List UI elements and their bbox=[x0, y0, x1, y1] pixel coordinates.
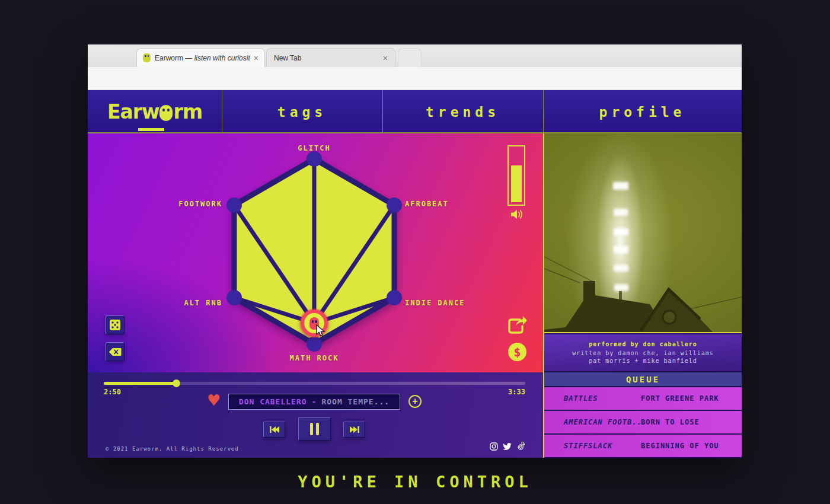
written-by-text: written by damon che, ian williamspat mo… bbox=[572, 349, 714, 365]
duration-time: 3:33 bbox=[466, 388, 525, 396]
twitter-icon[interactable] bbox=[503, 443, 512, 451]
new-tab-button[interactable] bbox=[398, 48, 422, 67]
close-icon[interactable]: × bbox=[254, 53, 258, 63]
elapsed-time: 2:50 bbox=[104, 388, 121, 396]
queue-header: QUEUE bbox=[544, 371, 742, 387]
active-tab-underline bbox=[138, 128, 164, 131]
now-playing-title[interactable]: DON CABELLERO - ROOM TEMPE... bbox=[228, 394, 400, 410]
vertex-math-rock[interactable] bbox=[307, 336, 322, 352]
artist-name: DON CABELLERO bbox=[239, 397, 307, 406]
logo-earworm[interactable]: Earwrm bbox=[88, 90, 222, 133]
tab-earworm[interactable]: Earworm — listen with curiosity × bbox=[136, 48, 265, 67]
performed-by-text: performed by don caballero bbox=[589, 341, 697, 347]
queue-item-battles[interactable]: BATTLES FORT GREENE PARK bbox=[544, 387, 742, 411]
queue-artist: STIFFSLACK bbox=[564, 442, 612, 450]
vertex-alt-rnb[interactable] bbox=[226, 290, 242, 305]
queue-track: FORT GREENE PARK bbox=[641, 394, 719, 403]
queue-artist: AMERICAN FOOTB... bbox=[564, 418, 647, 426]
progress-thumb[interactable] bbox=[173, 379, 180, 387]
copyright-text: © 2021 Earworm. All Rights Reserved bbox=[106, 446, 239, 452]
vertex-indie-dance[interactable] bbox=[387, 290, 402, 305]
dollar-icon: $ bbox=[513, 345, 521, 359]
queue-item-american-football[interactable]: AMERICAN FOOTB... BORN TO LOSE bbox=[544, 411, 742, 435]
nav-item-trends[interactable]: trends bbox=[382, 90, 543, 133]
genre-mixer-area: GLITCH AFROBEAT INDIE DANCE MATH ROCK AL… bbox=[88, 133, 543, 372]
volume-fill bbox=[511, 165, 522, 202]
clear-button[interactable] bbox=[106, 342, 124, 361]
tab-new-tab[interactable]: New Tab × bbox=[266, 48, 395, 67]
browser-window: Earworm — listen with curiosity × New Ta… bbox=[88, 44, 742, 458]
queue-track: BEGINNING OF YOU bbox=[641, 442, 719, 450]
close-icon[interactable]: × bbox=[383, 53, 388, 63]
track-name: ROOM TEMPE... bbox=[321, 397, 390, 406]
nav-item-tags[interactable]: tags bbox=[222, 90, 382, 133]
vertex-footwork[interactable] bbox=[226, 197, 242, 213]
speaker-icon[interactable] bbox=[510, 209, 524, 220]
backspace-icon bbox=[108, 347, 122, 356]
instagram-icon[interactable] bbox=[490, 442, 498, 451]
genre-label-math-rock: MATH ROCK bbox=[273, 354, 356, 362]
next-button[interactable] bbox=[343, 422, 365, 438]
volume-slider[interactable] bbox=[507, 145, 525, 206]
previous-icon bbox=[270, 426, 279, 433]
vertex-afrobeat[interactable] bbox=[387, 197, 402, 213]
worm-icon bbox=[159, 105, 173, 121]
genre-label-footwork: FOOTWORK bbox=[133, 200, 222, 208]
tiktok-icon[interactable] bbox=[517, 442, 525, 451]
queue-item-stiffslack[interactable]: STIFFSLACK BEGINNING OF YOU bbox=[544, 435, 742, 458]
favorite-heart-icon[interactable]: ♥ bbox=[207, 391, 221, 409]
tagline-text: YOU'RE IN CONTROL bbox=[0, 473, 830, 491]
dice-icon bbox=[109, 319, 121, 331]
tab-title: Earworm — listen with curiosity bbox=[155, 54, 250, 62]
progress-track[interactable] bbox=[104, 382, 525, 385]
earworm-favicon-icon bbox=[143, 53, 151, 62]
genre-label-indie-dance: INDIE DANCE bbox=[405, 299, 465, 307]
tip-button[interactable]: $ bbox=[508, 343, 526, 361]
album-art-photo bbox=[544, 133, 742, 333]
genre-label-afrobeat: AFROBEAT bbox=[405, 200, 449, 208]
genre-label-alt-rnb: ALT RNB bbox=[133, 299, 222, 307]
next-icon bbox=[350, 426, 359, 433]
pause-button[interactable] bbox=[298, 417, 331, 441]
nav-item-profile[interactable]: profile bbox=[543, 90, 742, 133]
previous-button[interactable] bbox=[263, 422, 285, 438]
track-credits: performed by don caballero written by da… bbox=[544, 334, 742, 371]
queue-track: BORN TO LOSE bbox=[641, 418, 700, 426]
player-bar: 2:50 3:33 ♥ DON CABELLERO - ROOM TEMPE..… bbox=[88, 372, 543, 458]
browser-toolbar: ← → ⟳ http://www.earworm.io ☆ ⋮ bbox=[88, 67, 742, 90]
vertex-glitch[interactable] bbox=[307, 151, 322, 167]
queue-artist: BATTLES bbox=[564, 394, 598, 403]
right-panel: performed by don caballero written by da… bbox=[543, 133, 742, 458]
pause-icon bbox=[309, 423, 320, 435]
app-nav: Earwrm tags trends profile bbox=[88, 90, 742, 133]
randomize-button[interactable] bbox=[106, 315, 124, 334]
share-icon[interactable] bbox=[506, 315, 528, 336]
plus-icon: + bbox=[412, 396, 417, 407]
browser-tab-strip: Earworm — listen with curiosity × New Ta… bbox=[88, 44, 742, 67]
tab-title: New Tab bbox=[274, 54, 379, 62]
genre-label-glitch: GLITCH bbox=[273, 144, 356, 152]
progress-fill bbox=[104, 382, 176, 385]
add-to-queue-button[interactable]: + bbox=[408, 395, 422, 408]
mouse-cursor-icon bbox=[315, 324, 327, 337]
